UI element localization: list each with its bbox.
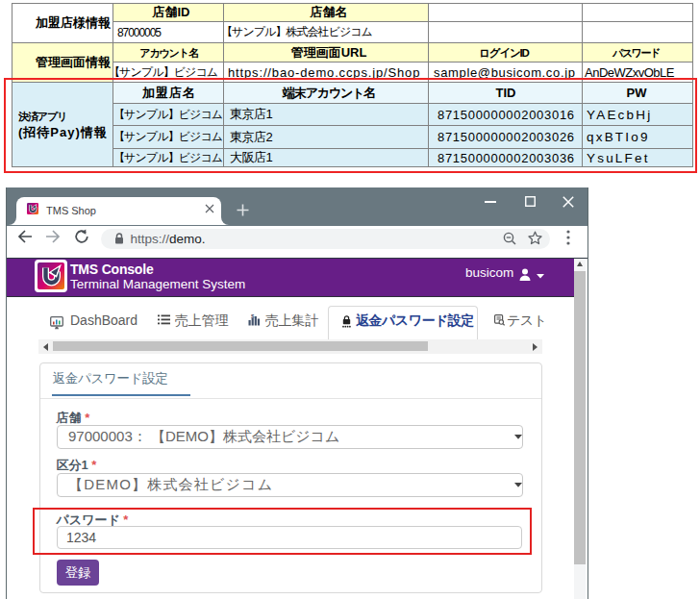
svg-text:$: $: [251, 313, 255, 319]
